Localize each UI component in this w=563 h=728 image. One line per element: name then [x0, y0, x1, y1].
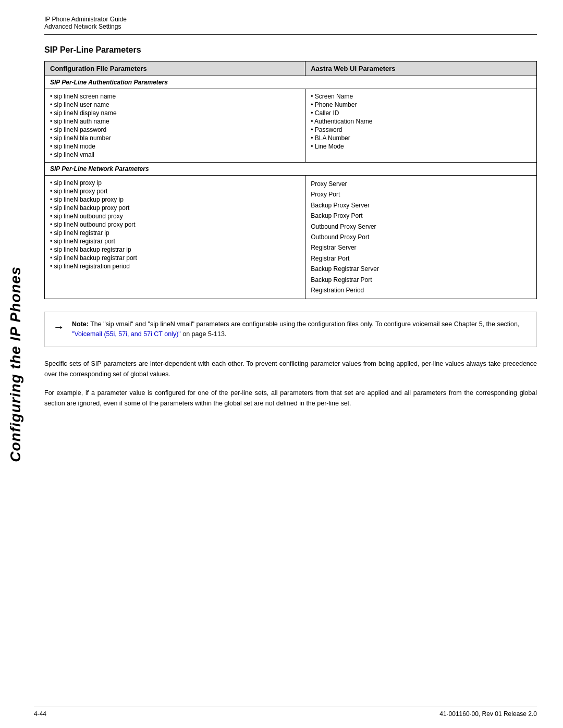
- note-body: The "sip vmail" and "sip lineN vmail" pa…: [90, 320, 519, 328]
- auth-col1: sip lineN screen name sip lineN user nam…: [45, 89, 305, 163]
- main-content: IP Phone Administrator Guide Advanced Ne…: [34, 0, 563, 438]
- network-col2: Proxy ServerProxy PortBackup Proxy Serve…: [305, 176, 537, 299]
- note-link[interactable]: "Voicemail (55i, 57i, and 57i CT only)": [72, 330, 181, 338]
- auth-section-label: SIP Per-Line Authentication Parameters: [45, 76, 537, 89]
- list-item: sip lineN display name: [50, 109, 300, 117]
- list-item: sip lineN proxy port: [50, 187, 300, 195]
- list-item: sip lineN backup registrar port: [50, 254, 300, 262]
- sidebar-label: Configuring the IP Phones: [7, 266, 24, 462]
- list-item: sip lineN backup proxy port: [50, 204, 300, 212]
- list-item: sip lineN vmail: [50, 151, 300, 159]
- list-item: Authentication Name: [311, 117, 531, 126]
- note-text: Note: The "sip vmail" and "sip lineN vma…: [72, 319, 528, 339]
- note-label: Note:: [72, 320, 89, 328]
- col2-header: Aastra Web UI Parameters: [305, 61, 537, 76]
- header-section: IP Phone Administrator Guide Advanced Ne…: [44, 16, 537, 35]
- auth-col2-list: Screen Name Phone Number Caller ID Authe…: [311, 92, 531, 151]
- note-box: → Note: The "sip vmail" and "sip lineN v…: [44, 312, 537, 347]
- list-item: sip lineN proxy ip: [50, 179, 300, 187]
- list-item: Phone Number: [311, 101, 531, 109]
- list-item: sip lineN registration period: [50, 262, 300, 270]
- network-col2-plain: Proxy ServerProxy PortBackup Proxy Serve…: [311, 179, 531, 295]
- auth-col1-list: sip lineN screen name sip lineN user nam…: [50, 92, 300, 159]
- header-line2: Advanced Network Settings: [44, 23, 537, 30]
- body-para-1: Specific sets of SIP parameters are inte…: [44, 359, 537, 379]
- network-section-row: SIP Per-Line Network Parameters: [45, 163, 537, 176]
- list-item: sip lineN registrar ip: [50, 229, 300, 237]
- network-col1: sip lineN proxy ip sip lineN proxy port …: [45, 176, 305, 299]
- list-item: BLA Number: [311, 134, 531, 142]
- params-table: Configuration File Parameters Aastra Web…: [44, 61, 537, 299]
- note-arrow-icon: →: [53, 320, 65, 334]
- list-item: sip lineN password: [50, 126, 300, 134]
- network-col1-list: sip lineN proxy ip sip lineN proxy port …: [50, 179, 300, 270]
- network-section-label: SIP Per-Line Network Parameters: [45, 163, 537, 176]
- list-item: sip lineN bla number: [50, 134, 300, 142]
- list-item: sip lineN screen name: [50, 92, 300, 101]
- header-line1: IP Phone Administrator Guide: [44, 16, 537, 23]
- network-params-row: sip lineN proxy ip sip lineN proxy port …: [45, 176, 537, 299]
- list-item: sip lineN mode: [50, 142, 300, 151]
- page-container: Configuring the IP Phones IP Phone Admin…: [0, 0, 563, 728]
- list-item: sip lineN backup registrar ip: [50, 245, 300, 254]
- list-item: sip lineN outbound proxy port: [50, 220, 300, 229]
- list-item: sip lineN auth name: [50, 117, 300, 126]
- section-title: SIP Per-Line Parameters: [44, 45, 537, 55]
- footer-right: 41-001160-00, Rev 01 Release 2.0: [439, 710, 537, 718]
- list-item: Password: [311, 126, 531, 134]
- auth-col2: Screen Name Phone Number Caller ID Authe…: [305, 89, 537, 163]
- note-link-suffix: on page 5-113.: [181, 330, 227, 338]
- body-para-2: For example, if a parameter value is con…: [44, 388, 537, 409]
- auth-params-row: sip lineN screen name sip lineN user nam…: [45, 89, 537, 163]
- list-item: sip lineN registrar port: [50, 237, 300, 245]
- list-item: sip lineN outbound proxy: [50, 212, 300, 220]
- footer-left: 4-44: [34, 710, 46, 718]
- sidebar: Configuring the IP Phones: [0, 0, 31, 728]
- list-item: sip lineN backup proxy ip: [50, 195, 300, 204]
- col1-header: Configuration File Parameters: [45, 61, 305, 76]
- list-item: sip lineN user name: [50, 101, 300, 109]
- auth-section-row: SIP Per-Line Authentication Parameters: [45, 76, 537, 89]
- list-item: Line Mode: [311, 142, 531, 151]
- list-item: Screen Name: [311, 92, 531, 101]
- list-item: Caller ID: [311, 109, 531, 117]
- page-footer: 4-44 41-001160-00, Rev 01 Release 2.0: [34, 707, 537, 718]
